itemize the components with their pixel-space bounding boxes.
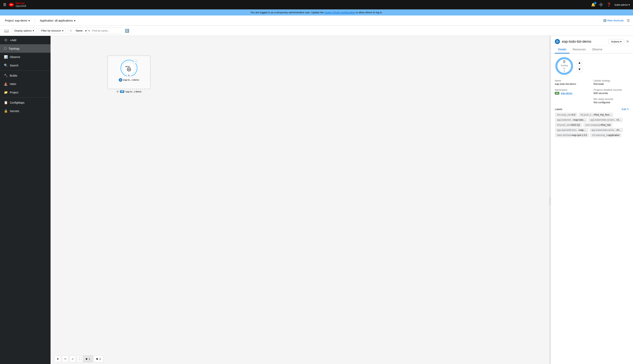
sidebar-item-label-helm: Helm [10, 82, 16, 86]
helm-group-box[interactable]: HELM [108, 56, 150, 89]
secrets-icon: 🔒 [4, 109, 8, 113]
edit-labels-button[interactable]: Edit ✎ [622, 108, 629, 111]
zoom-in-button[interactable]: + [54, 356, 61, 362]
filter-by-resource-label: Filter by resource [41, 29, 61, 32]
sidebar-item-topology[interactable]: ⬡ Topology [0, 44, 50, 53]
project-bar: Project: eap-demo ▾ Application: all app… [0, 16, 633, 26]
rp-title: eap-todo-list-demo [562, 40, 606, 44]
banner-text-before: You are logged in as a temporary adminis… [250, 11, 324, 14]
book-icon-button[interactable]: 📖 [3, 28, 10, 34]
filter-group-1-button[interactable]: ✱ 1 [83, 356, 93, 362]
svg-line-10 [130, 70, 131, 71]
filter-group-2-button[interactable]: ✱ 2 [94, 356, 103, 362]
sidebar-item-label-observe: Observe [10, 56, 20, 58]
sidebar-item-label-search: Search [10, 64, 18, 67]
svg-line-12 [128, 70, 128, 71]
filter-group-buttons: ✱ 1 ✱ 2 [83, 356, 103, 362]
sidebar-item-helm[interactable]: ⛵ Helm [0, 80, 50, 88]
redeploy-badge[interactable]: ↻ [127, 74, 131, 78]
project-icon: 📁 [4, 90, 8, 94]
detail-update-strategy-value: Recreate [594, 82, 629, 86]
hr-badge: HR [120, 90, 124, 93]
fit-to-screen-button[interactable]: ⤢ [70, 356, 76, 362]
hamburger-menu[interactable]: ☰ [3, 2, 6, 7]
actions-button[interactable]: Actions ▾ [608, 39, 624, 44]
scaling-ring-container: 0 Scaling to 3 [555, 56, 574, 76]
oauth-config-link[interactable]: cluster OAuth configuration [324, 11, 355, 14]
expand-button[interactable]: ⛶ [77, 356, 84, 362]
detail-name: Name eap-todo-list-demo [555, 79, 590, 86]
helm-node[interactable]: HELM [112, 60, 146, 82]
detail-namespace-value: NS eap-demo [555, 92, 590, 94]
namespace-link[interactable]: eap-demo [561, 92, 572, 94]
svg-line-9 [128, 68, 128, 68]
detail-progress-deadline: Progress deadline seconds 600 seconds [594, 88, 629, 94]
tab-resources[interactable]: Resources [570, 46, 589, 54]
right-panel-content: 0 Scaling to 3 ▲ ▼ Name eap-todo-list-de… [551, 54, 633, 364]
detail-name-value: eap-todo-list-demo [555, 82, 590, 86]
sidebar-item-project[interactable]: 📁 Project [0, 88, 50, 96]
sidebar-item-configmaps[interactable]: 📋 ConfigMaps [0, 98, 50, 107]
filter-by-resource-button[interactable]: Filter by resource ▾ [38, 28, 66, 34]
scale-up-button[interactable]: ▲ [577, 60, 582, 66]
search-input[interactable] [90, 28, 126, 34]
ring-text: 0 Scaling to 3 [560, 60, 569, 72]
notifications-button[interactable]: 🔔 1 [591, 2, 595, 7]
scale-down-button[interactable]: ▼ [577, 66, 582, 72]
tab-details[interactable]: Details [555, 46, 570, 54]
application-selector[interactable]: Application: all applications ▾ [38, 18, 77, 23]
right-panel-header: D eap-todo-list-demo Actions ▾ ✕ [551, 36, 633, 46]
sidebar-item-add[interactable]: ➕ +Add [0, 36, 50, 44]
scaling-target: 3 [564, 70, 565, 72]
label-item-0: rht.comp_ver=4.0 [555, 113, 577, 117]
add-icon: ➕ [4, 38, 8, 42]
panel-resize-handle[interactable] [549, 36, 551, 364]
helm-inner-ring: HELM [122, 62, 136, 75]
add-button[interactable]: ➕ [599, 2, 603, 7]
labels-header: Labels Edit ✎ [555, 108, 629, 111]
sidebar-item-label-project: Project [10, 91, 18, 94]
close-panel-button[interactable]: ✕ [626, 40, 629, 44]
zoom-out-button[interactable]: − [62, 356, 68, 362]
application-label: Application: all applications [40, 19, 73, 22]
topology-icon: ⬡ [4, 47, 7, 50]
detail-min-ready: Min ready seconds Not configured [594, 98, 629, 104]
detail-progress-deadline-label: Progress deadline seconds [594, 88, 629, 91]
project-selector[interactable]: Project: eap-demo ▾ [3, 18, 32, 23]
detail-update-strategy: Update strategy Recreate [594, 79, 629, 86]
banner-text-after: to allow others to log in. [356, 11, 383, 14]
external-link-badge[interactable]: ↗ [134, 59, 138, 63]
detail-progress-deadline-value: 600 seconds [594, 92, 629, 94]
help-button[interactable]: ❓ [607, 2, 611, 7]
svg-point-4 [128, 69, 129, 70]
project-bar-right: ℹ️ View shortcuts ☰ [603, 18, 630, 23]
list-view-button[interactable]: ☰ [627, 18, 630, 23]
project-app-divider [35, 18, 35, 23]
brand-name-text: Red Hat OpenShift [16, 2, 26, 8]
topology-canvas[interactable]: HELM [50, 36, 549, 364]
sidebar-item-label-add: +Add [10, 38, 16, 42]
sidebar-item-secrets[interactable]: 🔒 Secrets [0, 107, 50, 115]
edit-labels-text: Edit [622, 108, 626, 111]
sidebar-item-observe[interactable]: 📊 Observe [0, 53, 50, 61]
label-item-3: app.kubernetes.io/vers...=4... [588, 118, 622, 122]
filter-type-select[interactable]: Name [74, 28, 88, 34]
info-icon-button[interactable]: ℹ️ [125, 28, 129, 33]
top-navigation: ☰ RH Red Hat OpenShift 🔔 1 ➕ ❓ kube:admi… [0, 0, 633, 10]
info-banner: You are logged in as a temporary adminis… [0, 10, 633, 16]
sidebar-item-builds[interactable]: 🔨 Builds [0, 71, 50, 80]
sidebar-divider-1 [0, 70, 50, 70]
helm-release-label: eap-to...t-demo [126, 90, 142, 93]
sidebar-item-search[interactable]: 🔍 Search [0, 61, 50, 70]
helm-node-container[interactable]: HELM [108, 56, 150, 89]
labels-list: rht.comp_ver=4.0 rht.prod_n...=Red_Hat_R… [555, 112, 629, 138]
svg-text:HELM: HELM [125, 66, 130, 68]
sidebar-item-label-secrets: Secrets [10, 110, 19, 113]
svg-line-11 [130, 68, 131, 68]
detail-namespace-label: Namespace [555, 88, 590, 91]
tab-observe[interactable]: Observe [589, 46, 606, 54]
sidebar-divider-2 [0, 97, 50, 98]
display-options-button[interactable]: Display options ▾ [12, 28, 37, 34]
user-menu[interactable]: kube:admin ▾ [614, 3, 630, 6]
view-shortcuts-button[interactable]: ℹ️ View shortcuts [603, 19, 624, 22]
